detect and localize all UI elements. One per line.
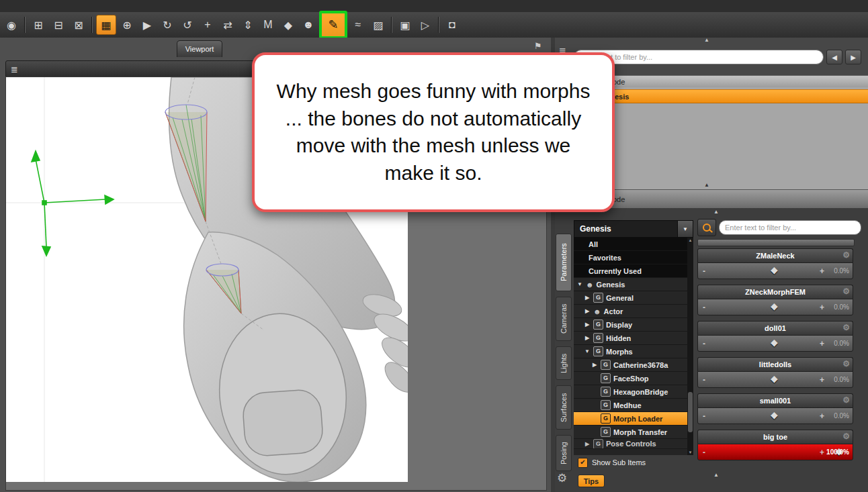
- gear-icon[interactable]: ⚙: [842, 287, 850, 296]
- scale-tool-icon[interactable]: ⇕: [238, 15, 257, 34]
- tab-viewport[interactable]: Viewport: [177, 40, 222, 57]
- slider-track[interactable]: - ◆ + 0.0%: [697, 335, 853, 352]
- slider-decrement-button[interactable]: -: [703, 303, 705, 312]
- param-group-row[interactable]: ▶ G Catherine3678a: [574, 358, 687, 372]
- param-group-row[interactable]: ▶ G Display: [574, 318, 687, 332]
- slider-filter-input[interactable]: [719, 220, 861, 235]
- slider-track[interactable]: - ◆ + 0.0%: [697, 262, 853, 279]
- node-select-icon[interactable]: ▷: [416, 15, 435, 34]
- slider-increment-button[interactable]: +: [820, 266, 824, 276]
- render-camera-icon[interactable]: ◘: [443, 15, 462, 34]
- active-viewport-tool-icon[interactable]: ▦: [96, 15, 116, 35]
- node-rotate-icon[interactable]: ⊟: [49, 15, 68, 34]
- node-translate-icon[interactable]: ⊞: [29, 15, 48, 34]
- rotate-tool-icon[interactable]: ↻: [158, 15, 177, 34]
- camera-add-icon[interactable]: ▣: [396, 15, 415, 34]
- slider-track[interactable]: - ◆ + 0.0%: [697, 371, 853, 388]
- settings-gears-icon[interactable]: ⚙: [557, 471, 567, 485]
- tree-arrow-icon[interactable]: ▼: [584, 348, 591, 354]
- slider-thumb[interactable]: ◆: [771, 373, 778, 384]
- gear-icon[interactable]: ⚙: [842, 395, 850, 405]
- param-group-row[interactable]: Currently Used: [574, 264, 687, 278]
- param-group-row[interactable]: ▼ ☻ Genesis: [574, 278, 687, 291]
- tab-lights[interactable]: Lights: [556, 346, 572, 380]
- orbit-tool-icon[interactable]: ↺: [178, 15, 197, 34]
- tab-parameters[interactable]: Parameters: [556, 234, 572, 291]
- slider-thumb[interactable]: ◆: [771, 409, 778, 420]
- param-group-row[interactable]: ▼ G Morphs: [574, 345, 687, 358]
- translate-tool-icon[interactable]: +: [198, 15, 217, 34]
- slider-decrement-button[interactable]: -: [703, 339, 705, 348]
- param-group-row[interactable]: G HexagonBridge: [574, 385, 687, 399]
- param-group-row[interactable]: G FaceShop: [574, 372, 687, 385]
- slider-increment-button[interactable]: +: [820, 375, 824, 385]
- select-tool-icon[interactable]: ▶: [138, 15, 157, 34]
- scroll-down-icon[interactable]: ▼: [687, 450, 693, 454]
- tree-arrow-icon[interactable]: ▶: [584, 335, 591, 341]
- slider-header[interactable]: ZNeckMorphFEM ⚙: [697, 285, 853, 299]
- slider-increment-button[interactable]: +: [820, 339, 824, 348]
- splitter-handle-icon[interactable]: ▲: [713, 209, 719, 215]
- geometry-editor-icon[interactable]: ◆: [279, 15, 298, 34]
- param-group-row[interactable]: G Morph Transfer: [574, 426, 687, 439]
- tree-arrow-icon[interactable]: ▼: [576, 281, 583, 287]
- group-selector[interactable]: Genesis ▼: [574, 220, 693, 238]
- tree-arrow-icon[interactable]: ▶: [584, 322, 591, 328]
- slider-decrement-button[interactable]: -: [703, 411, 705, 421]
- slider-header[interactable]: big toe ⚙: [697, 430, 853, 444]
- universal-manipulator-icon[interactable]: ⊕: [118, 15, 136, 34]
- gear-icon[interactable]: ⚙: [842, 250, 850, 260]
- slider-track[interactable]: - ◆ + 0.0%: [697, 407, 853, 424]
- slider-header[interactable]: small001 ⚙: [697, 393, 853, 407]
- slider-header[interactable]: ZMaleNeck ⚙: [697, 248, 853, 262]
- figure-setup-icon[interactable]: ☻: [299, 15, 318, 34]
- pane-options-icon[interactable]: ⚑: [534, 41, 542, 51]
- node-scale-icon[interactable]: ⊠: [69, 15, 88, 34]
- show-sub-items-checkbox[interactable]: ✔: [578, 458, 588, 468]
- frame-icon[interactable]: ◉: [2, 15, 21, 34]
- tree-arrow-icon[interactable]: ▶: [591, 362, 598, 368]
- gear-icon[interactable]: ⚙: [842, 359, 850, 368]
- scrollbar-thumb[interactable]: [688, 392, 693, 432]
- surface-selection-icon[interactable]: M: [259, 15, 277, 34]
- splitter-handle-icon[interactable]: ▲: [704, 183, 709, 188]
- search-button[interactable]: [697, 219, 716, 236]
- slider-increment-button[interactable]: +: [820, 303, 824, 312]
- slider-header[interactable]: littledolls ⚙: [697, 357, 853, 371]
- gear-icon[interactable]: ⚙: [842, 432, 850, 441]
- clipped-slider-track[interactable]: [697, 239, 855, 246]
- tree-arrow-icon[interactable]: ▶: [584, 295, 591, 301]
- morph-loader-icon[interactable]: ✎: [319, 11, 347, 39]
- param-group-row[interactable]: ▶ G General: [574, 291, 687, 305]
- tree-arrow-icon[interactable]: ▶: [584, 308, 591, 314]
- slider-decrement-button[interactable]: -: [703, 375, 705, 385]
- nav-back-button[interactable]: ◀: [826, 50, 842, 64]
- nav-forward-button[interactable]: ▶: [845, 50, 861, 64]
- tab-posing[interactable]: Posing: [556, 435, 572, 471]
- slider-thumb[interactable]: ◆: [771, 264, 778, 275]
- polygon-group-editor-icon[interactable]: ▨: [369, 15, 388, 34]
- slider-increment-button[interactable]: +: [820, 411, 824, 421]
- slider-thumb[interactable]: ◆: [771, 337, 778, 348]
- param-group-row[interactable]: Favorites: [574, 251, 687, 264]
- slider-header[interactable]: doll01 ⚙: [697, 321, 853, 335]
- tips-button[interactable]: Tips: [578, 475, 605, 487]
- slider-increment-button[interactable]: +: [820, 448, 824, 457]
- weight-brush-icon[interactable]: ≈: [349, 15, 367, 34]
- slider-decrement-button[interactable]: -: [703, 266, 705, 276]
- dock-tool-icon[interactable]: ⇄: [218, 15, 237, 34]
- splitter-handle-icon[interactable]: ▲: [713, 473, 719, 478]
- param-group-row[interactable]: ▶ G Hidden: [574, 332, 687, 345]
- param-group-row[interactable]: All: [574, 238, 687, 251]
- dropdown-button[interactable]: ▼: [677, 221, 693, 237]
- param-group-row[interactable]: ▶ ☻ Actor: [574, 305, 687, 318]
- tab-surfaces[interactable]: Surfaces: [556, 385, 572, 430]
- gear-icon[interactable]: ⚙: [842, 323, 850, 332]
- param-group-row[interactable]: ▶ G Pose Controls: [574, 439, 687, 449]
- scroll-up-icon[interactable]: ▲: [687, 238, 693, 242]
- slider-decrement-button[interactable]: -: [703, 448, 705, 457]
- splitter-handle-icon[interactable]: ▲: [704, 38, 709, 43]
- slider-thumb[interactable]: ◆: [771, 301, 778, 311]
- slider-track[interactable]: - ◆ + 0.0%: [697, 299, 853, 315]
- param-group-row[interactable]: G Morph Loader: [574, 412, 687, 426]
